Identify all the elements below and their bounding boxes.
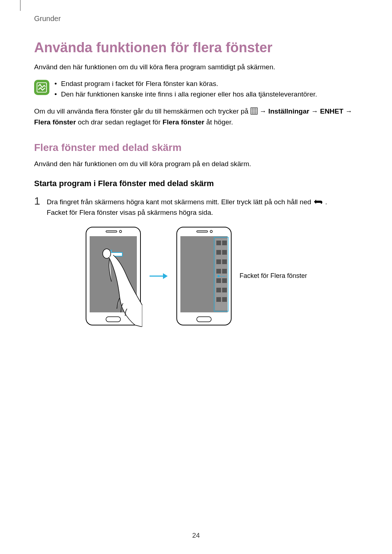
callout-text: Facket för Flera fönster [240,272,307,279]
svg-rect-36 [216,269,221,274]
enable-instructions: Om du vill använda flera fönster går du … [34,106,357,127]
svg-rect-9 [256,110,257,111]
back-icon [313,197,323,204]
text-fragment: → [345,107,352,115]
svg-rect-5 [256,108,257,110]
svg-rect-13 [256,111,257,112]
svg-rect-30 [216,241,221,245]
svg-rect-4 [254,108,255,110]
page-number: 24 [0,532,392,539]
section-title: Flera fönster med delad skärm [34,142,357,153]
text-bold: Flera fönster [163,118,204,126]
text-fragment: → [260,107,268,115]
arrow-right-icon [142,271,175,282]
text-fragment: Facket för Flera fönster visas på skärme… [47,209,213,216]
step-number: 1 [34,196,40,206]
svg-rect-31 [222,241,227,245]
svg-rect-37 [222,269,227,274]
svg-rect-41 [222,288,227,292]
phone-illustration-gesture [84,225,142,327]
svg-rect-33 [222,250,227,255]
note-item: Den här funktionen kanske inte finns i a… [54,89,317,99]
page-title: Använda funktionen för flera fönster [34,40,357,56]
text-bold: Inställningar [268,107,309,115]
svg-rect-42 [216,297,221,302]
note-box: Endast program i facket för Flera fönste… [34,78,357,100]
note-item: Endast program i facket för Flera fönste… [54,78,317,89]
svg-rect-35 [222,259,227,264]
callout-line-icon [220,276,225,276]
svg-rect-39 [222,278,227,283]
svg-rect-3 [253,108,254,110]
note-icon [34,80,49,95]
svg-rect-11 [253,111,254,112]
text-fragment: åt höger. [206,118,233,126]
callout-label: Facket för Flera fönster [240,272,307,280]
apps-grid-icon [250,107,258,114]
illustration-row: Facket för Flera fönster [34,225,357,327]
svg-rect-12 [254,111,255,112]
svg-rect-16 [254,113,255,114]
text-fragment: . [325,198,327,206]
svg-rect-2 [251,108,252,110]
svg-rect-8 [254,110,255,111]
svg-rect-7 [253,110,254,111]
intro-text: Använd den här funktionen om du vill kör… [34,62,357,73]
svg-rect-17 [256,113,257,114]
subsection-title: Starta program i Flera fönster med delad… [34,179,357,188]
svg-rect-14 [251,113,252,114]
text-fragment: Dra fingret från skärmens högra kant mot… [47,198,313,206]
text-fragment: och drar sedan reglaget för [78,118,162,126]
text-bold: ENHET [320,107,343,115]
svg-point-23 [103,249,111,258]
svg-rect-34 [216,259,221,264]
step-1: 1 Dra fingret från skärmens högra kant m… [34,196,357,218]
svg-rect-38 [216,278,221,283]
svg-rect-32 [216,250,221,255]
text-fragment: → [311,107,320,115]
svg-rect-43 [222,297,227,302]
breadcrumb: Grunder [34,15,61,23]
text-fragment: Om du vill använda flera fönster går du … [34,107,250,115]
svg-rect-6 [251,110,252,111]
svg-rect-15 [253,113,254,114]
svg-rect-10 [251,111,252,112]
section-intro: Använd den här funktionen om du vill kör… [34,159,357,169]
text-bold: Flera fönster [34,118,76,126]
svg-rect-40 [216,288,221,292]
